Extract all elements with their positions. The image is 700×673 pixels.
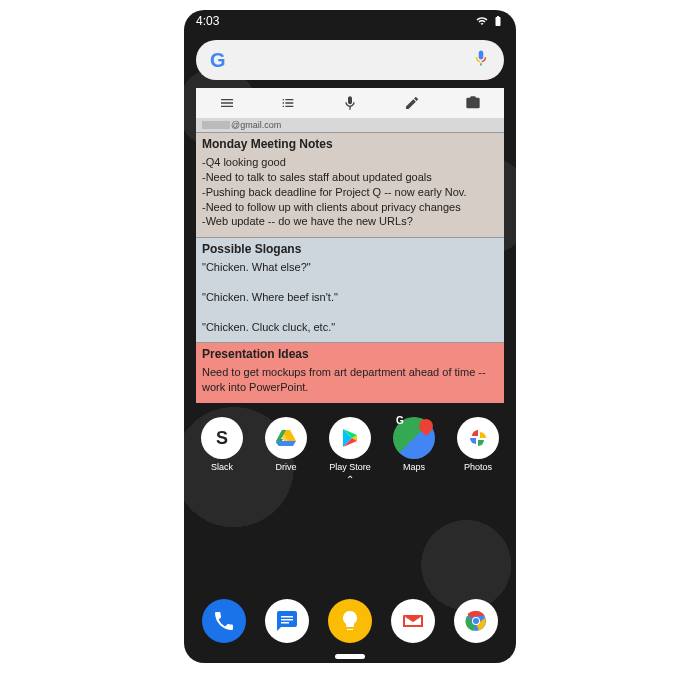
app-drive[interactable]: Drive — [258, 417, 314, 472]
note-title: Presentation Ideas — [202, 347, 498, 361]
photos-icon — [457, 417, 499, 459]
dock-gmail[interactable] — [385, 599, 441, 643]
app-label: Play Store — [329, 462, 371, 472]
maps-icon: G — [393, 417, 435, 459]
app-photos[interactable]: Photos — [450, 417, 506, 472]
app-maps[interactable]: G Maps — [386, 417, 442, 472]
status-bar: 4:03 — [184, 10, 516, 32]
svg-rect-9 — [281, 619, 293, 621]
keep-account[interactable]: @gmail.com — [196, 118, 504, 132]
app-slack[interactable]: S Slack — [194, 417, 250, 472]
svg-rect-10 — [281, 622, 289, 624]
status-icons — [476, 15, 504, 27]
battery-icon — [492, 15, 504, 27]
app-label: Slack — [211, 462, 233, 472]
gmail-icon — [391, 599, 435, 643]
voice-search-icon[interactable] — [472, 49, 490, 71]
new-list-icon[interactable] — [258, 88, 320, 118]
keep-toolbar — [196, 88, 504, 118]
app-drawer-handle[interactable]: ⌃ — [184, 474, 516, 485]
new-voice-icon[interactable] — [319, 88, 381, 118]
phone-icon — [202, 599, 246, 643]
keep-widget: @gmail.com Monday Meeting Notes -Q4 look… — [196, 88, 504, 403]
note-body: "Chicken. What else?" "Chicken. Where be… — [202, 260, 498, 334]
account-suffix: @gmail.com — [231, 120, 281, 130]
nav-pill[interactable] — [335, 654, 365, 659]
note-body: Need to get mockups from art department … — [202, 365, 498, 395]
chrome-icon — [454, 599, 498, 643]
app-label: Maps — [403, 462, 425, 472]
dock-phone[interactable] — [196, 599, 252, 643]
drive-icon — [265, 417, 307, 459]
play-store-icon — [329, 417, 371, 459]
dock-keep[interactable] — [322, 599, 378, 643]
google-search-bar[interactable]: G — [196, 40, 504, 80]
note-item[interactable]: Possible Slogans "Chicken. What else?" "… — [196, 237, 504, 342]
note-item[interactable]: Monday Meeting Notes -Q4 looking good -N… — [196, 132, 504, 237]
note-title: Monday Meeting Notes — [202, 137, 498, 151]
note-title: Possible Slogans — [202, 242, 498, 256]
wifi-icon — [476, 15, 488, 27]
svg-rect-8 — [281, 616, 293, 618]
phone-frame: 4:03 G @gmail.com Monday Meeting Notes -… — [184, 10, 516, 663]
keep-icon — [328, 599, 372, 643]
messages-icon — [265, 599, 309, 643]
note-item[interactable]: Presentation Ideas Need to get mockups f… — [196, 342, 504, 403]
svg-text:S: S — [216, 428, 228, 448]
new-photo-icon[interactable] — [442, 88, 504, 118]
svg-marker-3 — [276, 441, 296, 446]
app-play-store[interactable]: Play Store — [322, 417, 378, 472]
account-redacted — [202, 121, 230, 129]
svg-point-13 — [473, 618, 479, 624]
app-label: Drive — [275, 462, 296, 472]
note-body: -Q4 looking good -Need to talk to sales … — [202, 155, 498, 229]
dock — [184, 599, 516, 643]
dock-messages[interactable] — [259, 599, 315, 643]
google-logo-icon: G — [210, 49, 226, 72]
new-drawing-icon[interactable] — [381, 88, 443, 118]
slack-icon: S — [201, 417, 243, 459]
dock-chrome[interactable] — [448, 599, 504, 643]
status-time: 4:03 — [196, 14, 219, 28]
home-app-row: S Slack Drive Play Store G Maps Photos — [190, 417, 510, 472]
new-note-icon[interactable] — [196, 88, 258, 118]
app-label: Photos — [464, 462, 492, 472]
